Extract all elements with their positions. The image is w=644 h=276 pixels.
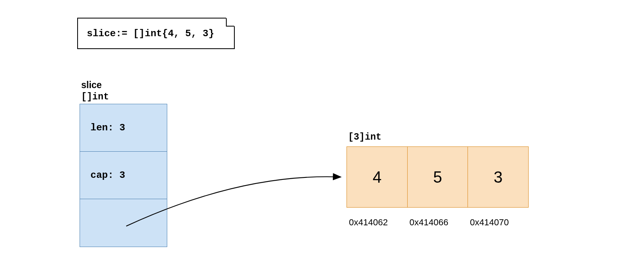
array-box: 4 5 3 — [347, 146, 529, 208]
slice-len-cell: len: 3 — [80, 104, 167, 152]
array-type-label: [3]int — [348, 132, 381, 142]
array-cell-2: 3 — [468, 146, 529, 208]
address-2: 0x414070 — [469, 217, 530, 228]
note-fold-icon — [226, 18, 235, 27]
slice-type-label: []int — [81, 92, 109, 102]
slice-title: slice — [81, 80, 102, 91]
slice-struct-box: len: 3 cap: 3 — [80, 104, 167, 247]
slice-ptr-cell — [80, 199, 167, 247]
code-note-box: slice:= []int{4, 5, 3} — [77, 18, 235, 49]
address-row: 0x414062 0x414066 0x414070 — [348, 217, 530, 228]
array-cell-0: 4 — [347, 146, 408, 208]
code-note-text: slice:= []int{4, 5, 3} — [87, 28, 214, 39]
address-0: 0x414062 — [348, 217, 409, 228]
array-cell-1: 5 — [407, 146, 468, 208]
address-1: 0x414066 — [409, 217, 470, 228]
slice-cap-cell: cap: 3 — [80, 152, 167, 199]
